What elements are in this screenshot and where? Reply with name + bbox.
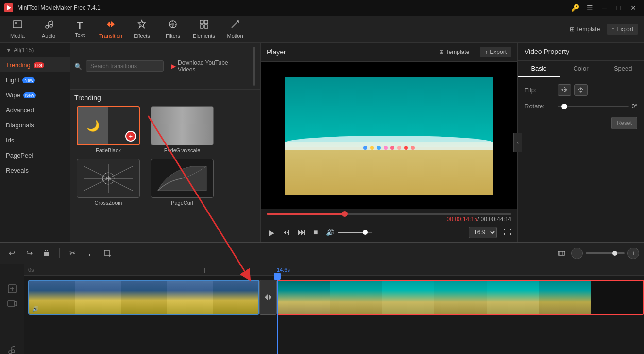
undo-button[interactable]: ↩ [5, 247, 18, 260]
toolbar-filters[interactable]: Filters [157, 17, 188, 42]
transition-thumb-fadegrayscale[interactable] [151, 106, 214, 145]
zoom-out-button[interactable]: − [571, 248, 583, 259]
prev-button[interactable]: ⏮ [280, 227, 292, 238]
transition-marker[interactable] [259, 280, 277, 315]
toolbar-media[interactable]: Media [2, 17, 33, 42]
transition-thumb-fadeblack[interactable]: 🌙 + [77, 106, 140, 145]
tab-color[interactable]: Color [560, 61, 602, 77]
close-button[interactable]: ✕ [627, 3, 640, 13]
minimize-button[interactable]: ─ [597, 3, 611, 13]
transition-thumb-pagecurl[interactable] [151, 159, 214, 198]
sidebar-item-wipe[interactable]: Wipe New [0, 88, 70, 103]
toolbar-motion[interactable]: Motion [220, 17, 251, 42]
volume-track[interactable] [338, 232, 372, 233]
transition-item-fadegrayscale[interactable]: FadeGrayscale [148, 106, 216, 153]
transition-item-pagecurl[interactable]: PageCurl [148, 159, 216, 206]
clip-flowers[interactable]: 🔊 [28, 280, 259, 315]
panel-expand-button[interactable]: ‹ [513, 133, 522, 152]
pagecurl-label: PageCurl [171, 200, 193, 206]
rotate-row: Rotate: 0° [525, 103, 637, 110]
toolbar-elements[interactable]: Elements [188, 17, 220, 42]
transition-item-fadeblack[interactable]: 🌙 + FadeBlack [74, 106, 142, 153]
download-youtube-button[interactable]: ▶ Download YouTube Videos [168, 57, 249, 75]
toolbar-audio[interactable]: Audio [33, 17, 64, 42]
sidebar-item-trending[interactable]: Trending Hot [0, 57, 70, 72]
clip-seg-3 [121, 281, 167, 314]
audio-track-row [24, 319, 644, 337]
search-input[interactable] [86, 60, 164, 72]
add-to-timeline-button[interactable]: + [125, 131, 136, 142]
fullscreen-button[interactable]: ⛶ [504, 228, 511, 237]
flip-horizontal-button[interactable] [558, 84, 571, 96]
template-button[interactable]: ⊞ Template [565, 24, 605, 35]
sidebar-item-reveals[interactable]: Reveals [0, 163, 70, 178]
key-icon[interactable]: 🔑 [568, 3, 582, 13]
maximize-button[interactable]: □ [612, 3, 626, 13]
crosszoom-label: CrossZoom [95, 200, 122, 206]
sidebar-item-diagonals[interactable]: Diagonals [0, 118, 70, 133]
reveals-label: Reveals [6, 167, 29, 174]
svg-rect-16 [204, 20, 208, 24]
toolbar: Media Audio T Text Transition [0, 16, 644, 43]
player-progress[interactable]: 00:00:14:15 / 00:00:44:14 [261, 209, 517, 225]
add-track-button[interactable] [5, 284, 19, 294]
progress-bar[interactable] [267, 213, 511, 215]
sidebar-item-advanced[interactable]: Advanced [0, 103, 70, 118]
zoom-thumb[interactable] [612, 251, 617, 256]
text-icon: T [77, 20, 83, 31]
toolbar-effects[interactable]: Effects [126, 17, 157, 42]
zoom-slider[interactable] [586, 252, 625, 254]
zoom-in-button[interactable]: + [627, 248, 639, 259]
dot-1 [363, 146, 367, 150]
sidebar-item-light[interactable]: Light New [0, 72, 70, 88]
timeline-zoom-controls: − + [555, 247, 639, 260]
aspect-ratio-select[interactable]: 16:9 9:16 1:1 4:3 [469, 227, 497, 238]
filters-icon [168, 19, 178, 32]
dot-5 [390, 146, 394, 150]
transition-thumb-crosszoom[interactable] [77, 159, 140, 198]
flip-vertical-button[interactable] [574, 84, 588, 96]
light-badge: New [22, 77, 35, 83]
dot-2 [370, 146, 374, 150]
voice-button[interactable]: 🎙 [83, 247, 97, 260]
ruler-mark-14s: 14.6s [277, 267, 290, 273]
audio-icon [43, 19, 54, 32]
toolbar-text[interactable]: T Text [64, 17, 95, 42]
menu-icon[interactable]: ☰ [583, 3, 596, 13]
transition-item-crosszoom[interactable]: CrossZoom [74, 159, 142, 206]
clip-beach[interactable] [277, 280, 644, 315]
volume-thumb[interactable] [363, 230, 368, 235]
template-icon: ⊞ [570, 26, 575, 33]
redo-button[interactable]: ↪ [22, 247, 36, 260]
volume-icon[interactable]: 🔊 [324, 228, 336, 237]
play-button[interactable]: ▶ [267, 227, 276, 238]
svg-line-40 [12, 346, 15, 347]
sidebar-item-iris[interactable]: Iris [0, 133, 70, 148]
next-button[interactable]: ⏭ [296, 227, 307, 238]
audio-track-icon [5, 344, 19, 354]
clip-seg-4 [167, 281, 212, 314]
tab-basic[interactable]: Basic [518, 61, 560, 77]
stop-button[interactable]: ■ [311, 227, 320, 238]
scroll-indicator [253, 47, 255, 86]
trending-section-title: Trending [74, 94, 256, 102]
filters-label: Filters [166, 33, 180, 39]
sidebar-item-pagepeel[interactable]: PagePeel [0, 148, 70, 163]
text-label: Text [75, 32, 85, 38]
cut-button[interactable]: ✂ [66, 247, 79, 260]
export-button[interactable]: ↑ Export [607, 24, 638, 35]
delete-button[interactable]: 🗑 [40, 247, 53, 260]
svg-line-8 [49, 21, 52, 22]
rotate-thumb[interactable] [561, 104, 567, 109]
toolbar-transition[interactable]: Transition [95, 17, 126, 42]
all-transitions-header[interactable]: ▼ All(115) [0, 43, 70, 57]
reset-button[interactable]: Reset [611, 117, 637, 129]
template-player-button[interactable]: ⊞ Template [434, 47, 475, 57]
export-player-button[interactable]: ↑ Export [480, 47, 511, 57]
tab-speed[interactable]: Speed [602, 61, 644, 77]
crop-button[interactable] [101, 247, 114, 260]
rotate-slider[interactable] [558, 106, 629, 107]
wipe-badge: New [23, 92, 36, 98]
progress-fill [267, 213, 345, 215]
fit-button[interactable] [555, 247, 568, 260]
